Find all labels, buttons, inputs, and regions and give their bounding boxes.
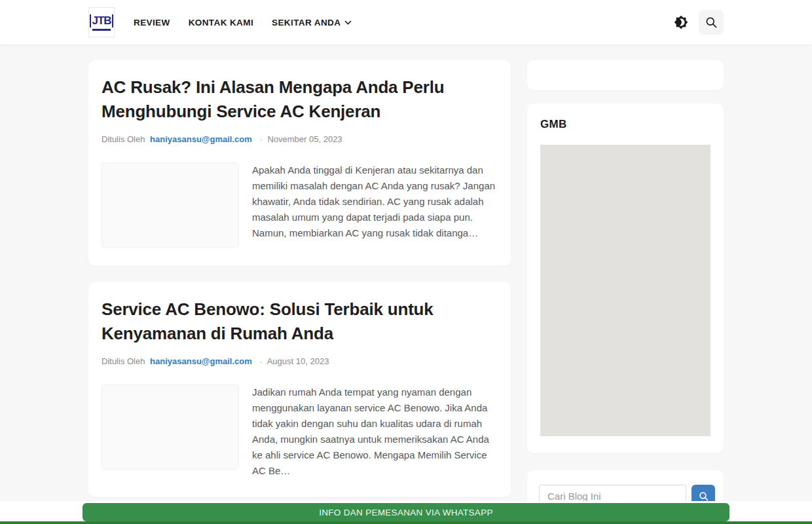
main-menu: REVIEW KONTAK KAMI SEKITAR ANDA [134, 18, 370, 28]
chevron-down-icon [344, 20, 352, 25]
byline-prefix: Ditulis Oleh [101, 356, 145, 366]
site-logo[interactable]: JTB [88, 7, 115, 37]
post-card: Service AC Benowo: Solusi Terbaik untuk … [88, 282, 511, 497]
post-excerpt: Apakah Anda tinggal di Kenjeran atau sek… [252, 162, 498, 248]
theme-toggle-button[interactable] [669, 10, 693, 35]
gmb-widget-title: GMB [540, 118, 710, 131]
post-list: AC Rusak? Ini Alasan Mengapa Anda Perlu … [88, 60, 511, 514]
post-date: August 10, 2023 [267, 356, 329, 366]
post-excerpt: Jadikan rumah Anda tempat yang nyaman de… [252, 384, 498, 479]
site-logo-text: JTB [90, 14, 113, 28]
search-icon [705, 16, 718, 29]
post-byline: Ditulis Oleh haniyasansu@gmail.com · Nov… [101, 134, 498, 144]
navbar-actions [669, 10, 724, 35]
post-thumbnail[interactable] [101, 384, 239, 470]
post-byline: Ditulis Oleh haniyasansu@gmail.com · Aug… [101, 356, 498, 366]
nav-item-label: SEKITAR ANDA [272, 18, 341, 28]
navbar-search-button[interactable] [699, 10, 724, 35]
sidebar-gmb-widget: GMB [527, 103, 724, 453]
navbar: JTB REVIEW KONTAK KAMI SEKITAR ANDA [0, 0, 812, 45]
byline-separator: · [259, 134, 262, 144]
post-title-link[interactable]: AC Rusak? Ini Alasan Mengapa Anda Perlu … [101, 75, 498, 124]
dark-mode-icon [674, 15, 688, 29]
post-thumbnail[interactable] [101, 162, 239, 248]
site-logo-tagline-strip [92, 29, 111, 31]
author-link[interactable]: haniyasansu@gmail.com [150, 356, 252, 366]
page-body: AC Rusak? Ini Alasan Mengapa Anda Perlu … [0, 45, 812, 524]
post-title-link[interactable]: Service AC Benowo: Solusi Terbaik untuk … [101, 297, 498, 346]
nav-item-kontak-kami[interactable]: KONTAK KAMI [189, 18, 253, 28]
nav-item-sekitar-anda[interactable]: SEKITAR ANDA [272, 18, 352, 28]
byline-separator: · [259, 356, 262, 366]
post-card: AC Rusak? Ini Alasan Mengapa Anda Perlu … [88, 60, 511, 266]
gmb-map-embed[interactable] [540, 145, 710, 436]
author-link[interactable]: haniyasansu@gmail.com [150, 134, 252, 144]
search-icon [698, 491, 709, 502]
sidebar: GMB [527, 60, 724, 524]
nav-item-review[interactable]: REVIEW [134, 18, 170, 28]
post-date: November 05, 2023 [267, 134, 342, 144]
nav-item-label: KONTAK KAMI [189, 18, 253, 28]
sidebar-empty-widget [527, 60, 724, 90]
byline-prefix: Ditulis Oleh [101, 134, 145, 144]
nav-item-label: REVIEW [134, 18, 170, 28]
whatsapp-sticky-bar: INFO DAN PEMESANAN VIA WHATSAPP [0, 501, 812, 524]
whatsapp-order-button[interactable]: INFO DAN PEMESANAN VIA WHATSAPP [83, 503, 729, 521]
